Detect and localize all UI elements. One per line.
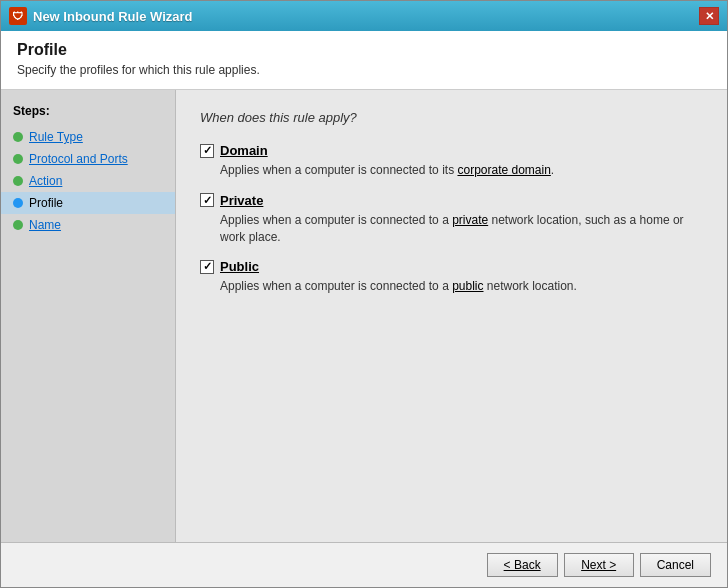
wizard-window: 🛡 New Inbound Rule Wizard ✕ Profile Spec… [0,0,728,588]
page-subtitle: Specify the profiles for which this rule… [17,63,711,77]
public-option-header: Public [200,259,703,274]
private-option-name: Private [220,193,263,208]
page-header: Profile Specify the profiles for which t… [1,31,727,90]
profile-option-private: Private Applies when a computer is conne… [200,193,703,246]
public-highlight: public [452,279,483,293]
back-button[interactable]: < Back [487,553,558,577]
sidebar-label-profile: Profile [29,196,63,210]
content-area: Steps: Rule Type Protocol and Ports Acti… [1,90,727,542]
next-button[interactable]: Next > [564,553,634,577]
step-dot-name [13,220,23,230]
step-dot-rule-type [13,132,23,142]
private-checkbox[interactable] [200,193,214,207]
sidebar-label-protocol-and-ports: Protocol and Ports [29,152,128,166]
next-button-label: Next > [581,558,616,572]
window-title: New Inbound Rule Wizard [33,9,193,24]
footer: < Back Next > Cancel [1,542,727,587]
sidebar: Steps: Rule Type Protocol and Ports Acti… [1,90,176,542]
title-bar: 🛡 New Inbound Rule Wizard ✕ [1,1,727,31]
public-checkbox[interactable] [200,260,214,274]
sidebar-item-profile[interactable]: Profile [1,192,175,214]
main-content: When does this rule apply? Domain Applie… [176,90,727,542]
domain-highlight: corporate domain [457,163,550,177]
private-option-header: Private [200,193,703,208]
domain-checkbox[interactable] [200,144,214,158]
public-option-name: Public [220,259,259,274]
profile-option-public: Public Applies when a computer is connec… [200,259,703,295]
step-dot-profile [13,198,23,208]
close-button[interactable]: ✕ [699,7,719,25]
app-icon: 🛡 [9,7,27,25]
sidebar-label-action: Action [29,174,62,188]
sidebar-item-action[interactable]: Action [1,170,175,192]
profile-option-domain: Domain Applies when a computer is connec… [200,143,703,179]
private-highlight: private [452,213,488,227]
step-dot-protocol-and-ports [13,154,23,164]
sidebar-label-name: Name [29,218,61,232]
sidebar-item-name[interactable]: Name [1,214,175,236]
page-title: Profile [17,41,711,59]
domain-option-header: Domain [200,143,703,158]
domain-option-name: Domain [220,143,268,158]
domain-description: Applies when a computer is connected to … [220,162,703,179]
sidebar-item-protocol-and-ports[interactable]: Protocol and Ports [1,148,175,170]
cancel-button[interactable]: Cancel [640,553,711,577]
svg-text:🛡: 🛡 [12,10,23,22]
title-bar-left: 🛡 New Inbound Rule Wizard [9,7,193,25]
question-text: When does this rule apply? [200,110,703,125]
public-description: Applies when a computer is connected to … [220,278,703,295]
sidebar-label-rule-type: Rule Type [29,130,83,144]
step-dot-action [13,176,23,186]
sidebar-item-rule-type[interactable]: Rule Type [1,126,175,148]
back-button-label: < Back [504,558,541,572]
steps-label: Steps: [1,100,175,126]
private-description: Applies when a computer is connected to … [220,212,703,246]
